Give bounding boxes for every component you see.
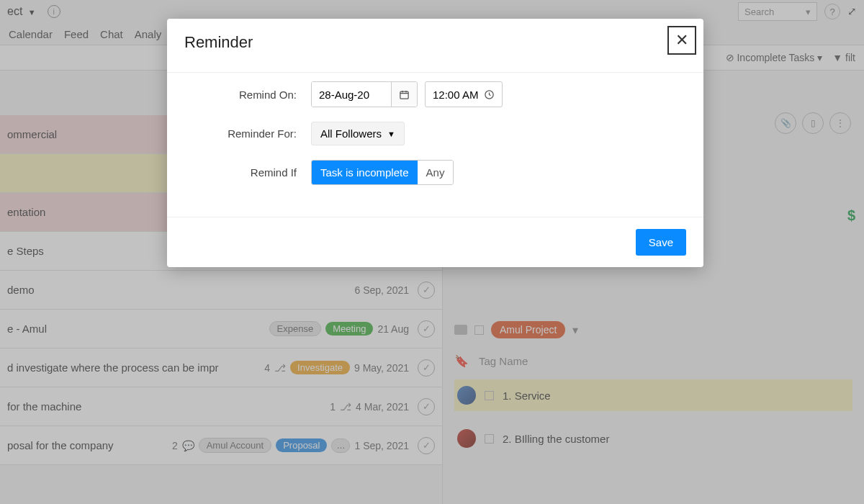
svg-rect-0 (400, 91, 408, 99)
close-button[interactable]: ✕ (667, 26, 696, 55)
remind-if-label: Remind If (184, 166, 311, 179)
reminder-for-label: Reminder For: (184, 127, 311, 140)
clock-icon (484, 89, 495, 100)
chevron-down-icon: ▼ (387, 130, 395, 138)
date-field[interactable] (312, 82, 391, 107)
reminder-modal: Reminder ✕ Remind On: 12:00 AM Reminder … (167, 19, 703, 267)
toggle-any[interactable]: Any (418, 161, 454, 184)
remind-if-toggle[interactable]: Task is incomplete Any (311, 160, 454, 185)
modal-title: Reminder (184, 33, 253, 52)
remind-time-input[interactable]: 12:00 AM (425, 81, 503, 107)
remind-date-input[interactable] (311, 81, 418, 107)
calendar-icon[interactable] (391, 82, 417, 107)
save-button[interactable]: Save (636, 229, 686, 256)
toggle-incomplete[interactable]: Task is incomplete (312, 161, 418, 184)
reminder-for-dropdown[interactable]: All Followers▼ (311, 122, 405, 145)
remind-on-label: Remind On: (184, 89, 311, 101)
